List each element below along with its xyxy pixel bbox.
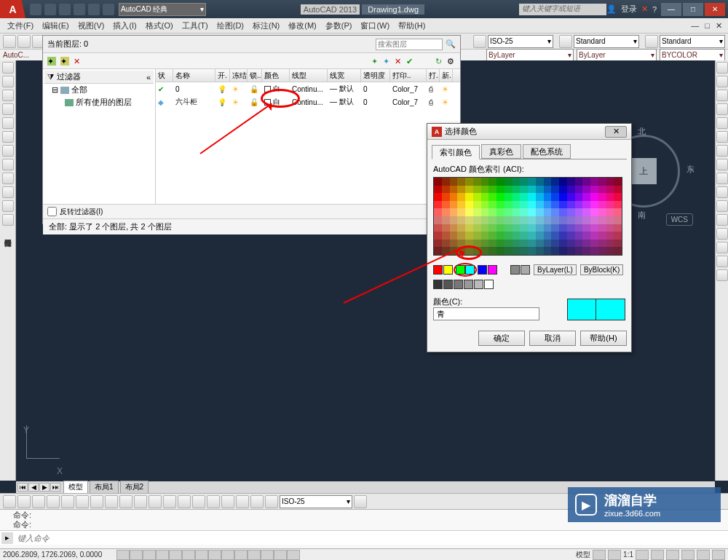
aci-cell[interactable] (582, 232, 590, 240)
aci-cell[interactable] (614, 208, 622, 216)
aci-cell[interactable] (488, 224, 496, 232)
rectangle-icon[interactable] (2, 117, 14, 129)
tab-true-color[interactable]: 真彩色 (481, 144, 521, 159)
tool-icon[interactable] (17, 35, 31, 48)
aci-cell[interactable] (551, 193, 559, 201)
aci-cell[interactable] (513, 232, 521, 240)
color-swatch[interactable] (264, 99, 271, 106)
aci-cell[interactable] (598, 201, 606, 209)
break-icon[interactable] (716, 214, 728, 226)
aci-cell[interactable] (551, 232, 559, 240)
aci-cell[interactable] (496, 232, 505, 240)
aci-cell[interactable] (567, 224, 575, 232)
aci-cell[interactable] (575, 208, 583, 216)
aci-cell[interactable] (496, 186, 505, 194)
block-icon[interactable] (2, 186, 14, 198)
chamfer-icon[interactable] (716, 242, 728, 253)
aci-cell[interactable] (505, 240, 513, 248)
aci-cell[interactable] (567, 232, 575, 240)
aci-cell[interactable] (450, 232, 458, 240)
aci-cell[interactable] (465, 208, 473, 216)
aci-cell[interactable] (520, 232, 528, 240)
aci-cell[interactable] (434, 208, 442, 216)
dim-space-icon[interactable] (149, 495, 162, 508)
col-trans[interactable]: 透明度 (361, 69, 390, 82)
dim-continue-icon[interactable] (134, 495, 147, 508)
aci-cell[interactable] (520, 216, 528, 224)
aci-cell[interactable] (442, 240, 450, 248)
aci-cell[interactable] (614, 232, 622, 240)
aci-cell[interactable] (606, 240, 614, 248)
aci-cell[interactable] (465, 240, 473, 248)
mirror-icon[interactable] (716, 90, 728, 101)
aci-cell[interactable] (567, 201, 575, 209)
gray-sw[interactable] (464, 280, 473, 289)
aci-cell[interactable] (528, 186, 536, 194)
col-on[interactable]: 开. (215, 69, 230, 82)
doc-close-button[interactable]: ✕ (713, 21, 725, 31)
refresh-icon[interactable]: ↻ (435, 57, 444, 66)
aci-cell[interactable] (513, 208, 521, 216)
aci-cell[interactable] (434, 224, 442, 232)
aci-cell[interactable] (536, 240, 544, 248)
aci-cell[interactable] (473, 232, 481, 240)
aci-cell[interactable] (473, 224, 481, 232)
aci-cell[interactable] (513, 178, 521, 186)
aci-cell[interactable] (450, 193, 458, 201)
aci-cell[interactable] (450, 201, 458, 209)
col-color[interactable]: 颜色 (262, 69, 290, 82)
workspace-dropdown[interactable]: AutoCAD 经典 ▾ (119, 3, 206, 16)
aci-cell[interactable] (536, 216, 544, 224)
aci-cell[interactable] (528, 247, 536, 255)
aci-cell[interactable] (457, 216, 465, 224)
aci-cell[interactable] (544, 178, 552, 186)
tool-icon[interactable] (3, 35, 16, 48)
aci-cell[interactable] (606, 208, 614, 216)
aci-cell[interactable] (551, 216, 559, 224)
bylayer-dropdown[interactable]: ByLayer▾ (486, 49, 574, 62)
aci-cell[interactable] (544, 240, 552, 248)
aci-cell[interactable] (473, 178, 481, 186)
lwt-toggle[interactable] (234, 550, 248, 560)
dimstyle-icon[interactable] (473, 35, 486, 48)
sun2-icon[interactable]: ☀ (442, 85, 448, 93)
aci-cell[interactable] (488, 186, 496, 194)
aci-cell[interactable] (559, 178, 567, 186)
aci-cell[interactable] (590, 178, 598, 186)
menu-draw[interactable]: 绘图(D) (213, 20, 248, 31)
quickview-icon[interactable] (593, 550, 606, 560)
aci-cell[interactable] (496, 208, 505, 216)
aci-cell[interactable] (590, 232, 598, 240)
infocenter-search[interactable]: 键入关键字或短语 (519, 4, 606, 15)
aci-cell[interactable] (567, 216, 575, 224)
aci-cell[interactable] (473, 216, 481, 224)
std-gray1[interactable] (510, 265, 520, 275)
aci-cell[interactable] (582, 201, 590, 209)
gray-sw[interactable] (474, 280, 483, 289)
aci-cell[interactable] (457, 208, 465, 216)
menu-file[interactable]: 文件(F) (3, 20, 38, 31)
aci-cell[interactable] (614, 216, 622, 224)
aci-cell[interactable] (528, 224, 536, 232)
bulb-on-icon[interactable]: 💡 (218, 98, 226, 106)
aci-cell[interactable] (544, 247, 552, 255)
aci-cell[interactable] (496, 224, 505, 232)
polyline-icon[interactable] (2, 76, 14, 87)
trim-icon[interactable] (716, 186, 728, 198)
col-lock[interactable]: 锁.. (248, 69, 262, 82)
aci-cell[interactable] (520, 240, 528, 248)
tab-first-icon[interactable]: ⏮ (17, 483, 28, 492)
aci-cell[interactable] (481, 240, 489, 248)
aci-cell[interactable] (544, 201, 552, 209)
dyn-toggle[interactable] (221, 550, 234, 560)
aci-cell[interactable] (590, 208, 598, 216)
app-icon[interactable]: A (0, 0, 25, 18)
tab-next-icon[interactable]: ▶ (39, 483, 50, 492)
aci-cell[interactable] (575, 224, 583, 232)
aci-cell[interactable] (614, 186, 622, 194)
ellipse-icon[interactable] (2, 131, 14, 143)
aci-cell[interactable] (442, 224, 450, 232)
aci-cell[interactable] (559, 224, 567, 232)
aci-cell[interactable] (582, 224, 590, 232)
point-icon[interactable] (2, 173, 14, 184)
